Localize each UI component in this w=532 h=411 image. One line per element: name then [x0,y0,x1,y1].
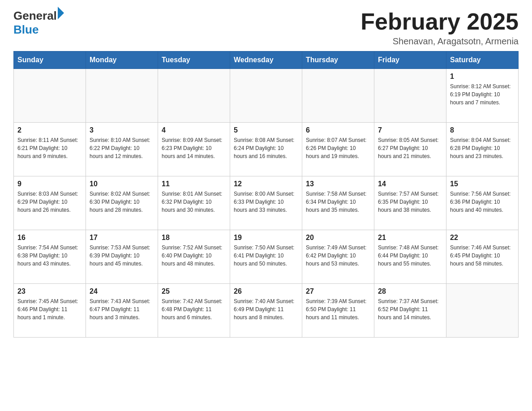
day-info: Sunrise: 7:37 AM Sunset: 6:52 PM Dayligh… [378,297,442,321]
calendar-day-cell: 9Sunrise: 8:03 AM Sunset: 6:29 PM Daylig… [14,176,86,230]
month-title: February 2025 [360,9,519,34]
location-subtitle: Shenavan, Aragatsotn, Armenia [360,36,519,47]
day-info: Sunrise: 7:54 AM Sunset: 6:38 PM Dayligh… [17,244,82,268]
day-info: Sunrise: 7:46 AM Sunset: 6:45 PM Dayligh… [450,244,515,268]
calendar-day-cell: 10Sunrise: 8:02 AM Sunset: 6:30 PM Dayli… [86,176,158,230]
day-info: Sunrise: 7:42 AM Sunset: 6:48 PM Dayligh… [162,297,226,321]
day-info: Sunrise: 8:12 AM Sunset: 6:19 PM Dayligh… [450,82,515,107]
day-info: Sunrise: 7:56 AM Sunset: 6:36 PM Dayligh… [450,190,515,214]
calendar-day-cell: 2Sunrise: 8:11 AM Sunset: 6:21 PM Daylig… [14,123,86,176]
day-of-week-header: Thursday [302,51,374,69]
day-number: 6 [306,126,370,134]
calendar-day-cell: 24Sunrise: 7:43 AM Sunset: 6:47 PM Dayli… [86,284,158,338]
day-number: 2 [17,126,82,134]
calendar-day-cell: 20Sunrise: 7:49 AM Sunset: 6:42 PM Dayli… [302,230,374,284]
day-number: 19 [234,234,298,242]
calendar-day-cell: 14Sunrise: 7:57 AM Sunset: 6:35 PM Dayli… [374,176,446,230]
day-number: 13 [306,180,370,188]
calendar-day-cell: 7Sunrise: 8:05 AM Sunset: 6:27 PM Daylig… [374,123,446,176]
calendar-week-row: 16Sunrise: 7:54 AM Sunset: 6:38 PM Dayli… [14,230,519,284]
calendar-day-cell: 13Sunrise: 7:58 AM Sunset: 6:34 PM Dayli… [302,176,374,230]
day-number: 1 [450,73,515,81]
day-info: Sunrise: 7:43 AM Sunset: 6:47 PM Dayligh… [90,297,154,321]
day-info: Sunrise: 8:01 AM Sunset: 6:32 PM Dayligh… [162,190,226,214]
calendar-day-cell: 1Sunrise: 8:12 AM Sunset: 6:19 PM Daylig… [446,69,519,123]
day-number: 21 [378,234,442,242]
calendar-day-cell: 21Sunrise: 7:48 AM Sunset: 6:44 PM Dayli… [374,230,446,284]
calendar-day-cell [374,69,446,123]
calendar-day-cell: 8Sunrise: 8:04 AM Sunset: 6:28 PM Daylig… [446,123,519,176]
calendar-week-row: 2Sunrise: 8:11 AM Sunset: 6:21 PM Daylig… [14,123,519,176]
day-info: Sunrise: 8:02 AM Sunset: 6:30 PM Dayligh… [90,190,154,214]
day-number: 20 [306,234,370,242]
day-of-week-header: Wednesday [230,51,302,69]
day-number: 17 [90,234,154,242]
day-info: Sunrise: 7:40 AM Sunset: 6:49 PM Dayligh… [234,297,298,321]
day-of-week-header: Tuesday [158,51,230,69]
calendar-day-cell: 27Sunrise: 7:39 AM Sunset: 6:50 PM Dayli… [302,284,374,338]
day-info: Sunrise: 7:57 AM Sunset: 6:35 PM Dayligh… [378,190,442,214]
day-info: Sunrise: 7:52 AM Sunset: 6:40 PM Dayligh… [162,244,226,268]
page-header: General Blue February 2025 Shenavan, Ara… [13,9,519,47]
day-number: 23 [17,287,82,295]
logo-general-text: General [13,9,57,23]
day-number: 16 [17,234,82,242]
day-of-week-header: Sunday [14,51,86,69]
day-info: Sunrise: 7:39 AM Sunset: 6:50 PM Dayligh… [306,297,370,321]
calendar-day-cell: 25Sunrise: 7:42 AM Sunset: 6:48 PM Dayli… [158,284,230,338]
day-number: 11 [162,180,226,188]
day-info: Sunrise: 8:09 AM Sunset: 6:23 PM Dayligh… [162,136,226,160]
calendar-day-cell: 3Sunrise: 8:10 AM Sunset: 6:22 PM Daylig… [86,123,158,176]
day-info: Sunrise: 7:45 AM Sunset: 6:46 PM Dayligh… [17,297,82,321]
day-number: 3 [90,126,154,134]
day-of-week-header: Saturday [446,51,519,69]
calendar-day-cell: 6Sunrise: 8:07 AM Sunset: 6:26 PM Daylig… [302,123,374,176]
day-number: 28 [378,287,442,295]
day-number: 4 [162,126,226,134]
calendar-week-row: 23Sunrise: 7:45 AM Sunset: 6:46 PM Dayli… [14,284,519,338]
calendar-header-row: SundayMondayTuesdayWednesdayThursdayFrid… [14,51,519,69]
day-info: Sunrise: 8:03 AM Sunset: 6:29 PM Dayligh… [17,190,82,214]
day-info: Sunrise: 8:00 AM Sunset: 6:33 PM Dayligh… [234,190,298,214]
day-info: Sunrise: 7:50 AM Sunset: 6:41 PM Dayligh… [234,244,298,268]
day-info: Sunrise: 8:04 AM Sunset: 6:28 PM Dayligh… [450,136,515,160]
logo-triangle-icon [58,7,64,19]
calendar-day-cell: 15Sunrise: 7:56 AM Sunset: 6:36 PM Dayli… [446,176,519,230]
day-number: 9 [17,180,82,188]
calendar-week-row: 9Sunrise: 8:03 AM Sunset: 6:29 PM Daylig… [14,176,519,230]
calendar-day-cell: 22Sunrise: 7:46 AM Sunset: 6:45 PM Dayli… [446,230,519,284]
day-of-week-header: Friday [374,51,446,69]
day-number: 26 [234,287,298,295]
day-number: 18 [162,234,226,242]
calendar-title-area: February 2025 Shenavan, Aragatsotn, Arme… [360,9,519,47]
calendar-day-cell: 12Sunrise: 8:00 AM Sunset: 6:33 PM Dayli… [230,176,302,230]
day-info: Sunrise: 7:58 AM Sunset: 6:34 PM Dayligh… [306,190,370,214]
day-info: Sunrise: 7:49 AM Sunset: 6:42 PM Dayligh… [306,244,370,268]
calendar-day-cell [158,69,230,123]
day-info: Sunrise: 8:07 AM Sunset: 6:26 PM Dayligh… [306,136,370,160]
day-number: 7 [378,126,442,134]
calendar-table: SundayMondayTuesdayWednesdayThursdayFrid… [13,51,519,338]
calendar-day-cell: 23Sunrise: 7:45 AM Sunset: 6:46 PM Dayli… [14,284,86,338]
calendar-day-cell [302,69,374,123]
calendar-day-cell [86,69,158,123]
logo: General Blue [13,9,64,37]
day-info: Sunrise: 7:48 AM Sunset: 6:44 PM Dayligh… [378,244,442,268]
calendar-day-cell: 4Sunrise: 8:09 AM Sunset: 6:23 PM Daylig… [158,123,230,176]
day-of-week-header: Monday [86,51,158,69]
day-info: Sunrise: 8:08 AM Sunset: 6:24 PM Dayligh… [234,136,298,160]
calendar-day-cell: 26Sunrise: 7:40 AM Sunset: 6:49 PM Dayli… [230,284,302,338]
day-number: 12 [234,180,298,188]
calendar-day-cell: 19Sunrise: 7:50 AM Sunset: 6:41 PM Dayli… [230,230,302,284]
day-number: 15 [450,180,515,188]
calendar-day-cell [446,284,519,338]
day-number: 8 [450,126,515,134]
calendar-day-cell [14,69,86,123]
logo-blue-text: Blue [13,23,64,37]
calendar-day-cell: 11Sunrise: 8:01 AM Sunset: 6:32 PM Dayli… [158,176,230,230]
day-number: 5 [234,126,298,134]
calendar-day-cell: 16Sunrise: 7:54 AM Sunset: 6:38 PM Dayli… [14,230,86,284]
day-number: 24 [90,287,154,295]
day-number: 10 [90,180,154,188]
day-number: 22 [450,234,515,242]
